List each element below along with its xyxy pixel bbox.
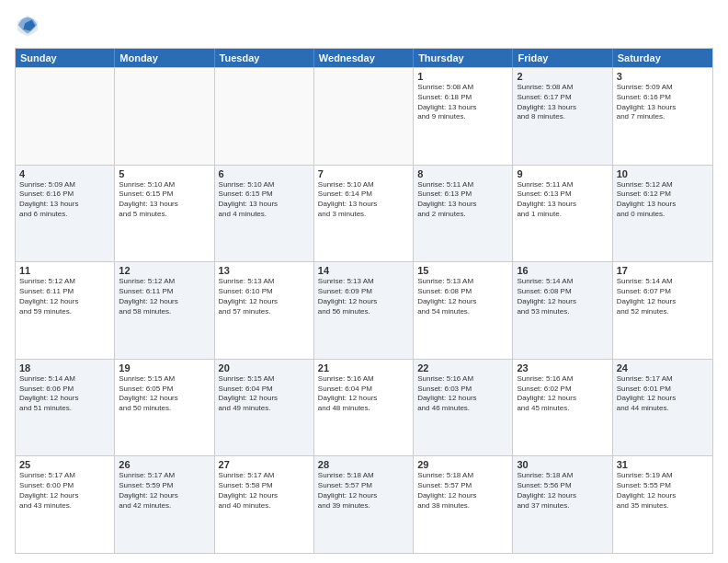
cal-cell: 12Sunrise: 5:12 AM Sunset: 6:11 PM Dayli… <box>115 262 214 359</box>
cal-cell <box>215 68 314 165</box>
cell-content: Sunrise: 5:16 AM Sunset: 6:02 PM Dayligh… <box>517 374 608 414</box>
cell-content: Sunrise: 5:15 AM Sunset: 6:05 PM Dayligh… <box>119 374 210 414</box>
cal-cell <box>115 68 214 165</box>
cal-cell: 9Sunrise: 5:11 AM Sunset: 6:13 PM Daylig… <box>513 166 612 262</box>
cal-cell: 3Sunrise: 5:09 AM Sunset: 6:16 PM Daylig… <box>613 68 712 165</box>
day-number: 16 <box>517 265 608 276</box>
calendar: SundayMondayTuesdayWednesdayThursdayFrid… <box>15 48 713 554</box>
cell-content: Sunrise: 5:10 AM Sunset: 6:15 PM Dayligh… <box>219 180 310 220</box>
cal-cell: 19Sunrise: 5:15 AM Sunset: 6:05 PM Dayli… <box>115 360 214 456</box>
cal-header-cell: Sunday <box>16 49 115 67</box>
cal-week: 11Sunrise: 5:12 AM Sunset: 6:11 PM Dayli… <box>16 261 712 359</box>
day-number: 19 <box>119 362 210 373</box>
cal-cell: 14Sunrise: 5:13 AM Sunset: 6:09 PM Dayli… <box>314 262 414 359</box>
day-number: 9 <box>517 168 608 179</box>
day-number: 27 <box>219 459 310 470</box>
cal-cell: 10Sunrise: 5:12 AM Sunset: 6:12 PM Dayli… <box>613 166 712 262</box>
day-number: 31 <box>617 459 709 470</box>
day-number: 29 <box>417 459 508 470</box>
cal-header-cell: Wednesday <box>314 49 414 67</box>
cal-cell: 26Sunrise: 5:17 AM Sunset: 5:59 PM Dayli… <box>115 456 214 553</box>
cal-cell: 29Sunrise: 5:18 AM Sunset: 5:57 PM Dayli… <box>414 456 513 553</box>
cell-content: Sunrise: 5:13 AM Sunset: 6:08 PM Dayligh… <box>417 277 508 316</box>
cal-cell <box>16 68 115 165</box>
day-number: 28 <box>318 459 409 470</box>
cal-cell <box>314 68 414 165</box>
cell-content: Sunrise: 5:14 AM Sunset: 6:06 PM Dayligh… <box>19 374 110 414</box>
cell-content: Sunrise: 5:16 AM Sunset: 6:04 PM Dayligh… <box>318 374 409 414</box>
cal-cell: 30Sunrise: 5:18 AM Sunset: 5:56 PM Dayli… <box>513 456 612 553</box>
cal-header-cell: Thursday <box>414 49 513 67</box>
cell-content: Sunrise: 5:14 AM Sunset: 6:07 PM Dayligh… <box>617 277 709 316</box>
day-number: 6 <box>219 168 310 179</box>
day-number: 4 <box>19 168 110 179</box>
cal-header-cell: Tuesday <box>215 49 314 67</box>
day-number: 24 <box>617 362 709 373</box>
cal-cell: 21Sunrise: 5:16 AM Sunset: 6:04 PM Dayli… <box>314 360 414 456</box>
cell-content: Sunrise: 5:14 AM Sunset: 6:08 PM Dayligh… <box>517 277 608 316</box>
cell-content: Sunrise: 5:08 AM Sunset: 6:17 PM Dayligh… <box>517 83 608 122</box>
day-number: 25 <box>19 459 110 470</box>
cell-content: Sunrise: 5:18 AM Sunset: 5:57 PM Dayligh… <box>417 471 508 511</box>
cal-cell: 27Sunrise: 5:17 AM Sunset: 5:58 PM Dayli… <box>215 456 314 553</box>
cell-content: Sunrise: 5:13 AM Sunset: 6:09 PM Dayligh… <box>318 277 409 316</box>
cal-cell: 23Sunrise: 5:16 AM Sunset: 6:02 PM Dayli… <box>513 360 612 456</box>
day-number: 12 <box>119 265 210 276</box>
day-number: 14 <box>318 265 409 276</box>
day-number: 21 <box>318 362 409 373</box>
cell-content: Sunrise: 5:18 AM Sunset: 5:56 PM Dayligh… <box>517 471 608 511</box>
cal-week: 18Sunrise: 5:14 AM Sunset: 6:06 PM Dayli… <box>16 359 712 456</box>
cal-cell: 22Sunrise: 5:16 AM Sunset: 6:03 PM Dayli… <box>414 360 513 456</box>
header <box>15 13 713 39</box>
cal-cell: 5Sunrise: 5:10 AM Sunset: 6:15 PM Daylig… <box>115 166 214 262</box>
day-number: 2 <box>517 71 608 82</box>
cal-cell: 8Sunrise: 5:11 AM Sunset: 6:13 PM Daylig… <box>414 166 513 262</box>
day-number: 30 <box>517 459 608 470</box>
day-number: 3 <box>617 71 709 82</box>
cal-cell: 18Sunrise: 5:14 AM Sunset: 6:06 PM Dayli… <box>16 360 115 456</box>
cal-cell: 2Sunrise: 5:08 AM Sunset: 6:17 PM Daylig… <box>513 68 612 165</box>
cell-content: Sunrise: 5:10 AM Sunset: 6:14 PM Dayligh… <box>318 180 409 220</box>
cell-content: Sunrise: 5:15 AM Sunset: 6:04 PM Dayligh… <box>219 374 310 414</box>
cell-content: Sunrise: 5:17 AM Sunset: 5:59 PM Dayligh… <box>119 471 210 511</box>
cal-week: 25Sunrise: 5:17 AM Sunset: 6:00 PM Dayli… <box>16 455 712 553</box>
cell-content: Sunrise: 5:16 AM Sunset: 6:03 PM Dayligh… <box>417 374 508 414</box>
cal-cell: 4Sunrise: 5:09 AM Sunset: 6:16 PM Daylig… <box>16 166 115 262</box>
day-number: 22 <box>417 362 508 373</box>
cal-cell: 15Sunrise: 5:13 AM Sunset: 6:08 PM Dayli… <box>414 262 513 359</box>
cal-header-cell: Monday <box>115 49 214 67</box>
day-number: 20 <box>219 362 310 373</box>
cal-cell: 7Sunrise: 5:10 AM Sunset: 6:14 PM Daylig… <box>314 166 414 262</box>
cal-cell: 13Sunrise: 5:13 AM Sunset: 6:10 PM Dayli… <box>215 262 314 359</box>
cal-cell: 1Sunrise: 5:08 AM Sunset: 6:18 PM Daylig… <box>414 68 513 165</box>
cell-content: Sunrise: 5:17 AM Sunset: 6:01 PM Dayligh… <box>617 374 709 414</box>
logo <box>15 13 44 39</box>
cell-content: Sunrise: 5:08 AM Sunset: 6:18 PM Dayligh… <box>417 83 508 122</box>
cal-cell: 16Sunrise: 5:14 AM Sunset: 6:08 PM Dayli… <box>513 262 612 359</box>
cal-week: 4Sunrise: 5:09 AM Sunset: 6:16 PM Daylig… <box>16 165 712 262</box>
cal-cell: 31Sunrise: 5:19 AM Sunset: 5:55 PM Dayli… <box>613 456 712 553</box>
cell-content: Sunrise: 5:09 AM Sunset: 6:16 PM Dayligh… <box>617 83 709 122</box>
page: SundayMondayTuesdayWednesdayThursdayFrid… <box>0 0 728 563</box>
calendar-body: 1Sunrise: 5:08 AM Sunset: 6:18 PM Daylig… <box>16 67 712 553</box>
day-number: 10 <box>617 168 709 179</box>
day-number: 23 <box>517 362 608 373</box>
cal-header-cell: Friday <box>513 49 612 67</box>
cell-content: Sunrise: 5:10 AM Sunset: 6:15 PM Dayligh… <box>119 180 210 220</box>
cell-content: Sunrise: 5:12 AM Sunset: 6:12 PM Dayligh… <box>617 180 709 220</box>
cell-content: Sunrise: 5:19 AM Sunset: 5:55 PM Dayligh… <box>617 471 709 511</box>
day-number: 5 <box>119 168 210 179</box>
day-number: 15 <box>417 265 508 276</box>
day-number: 7 <box>318 168 409 179</box>
cell-content: Sunrise: 5:12 AM Sunset: 6:11 PM Dayligh… <box>119 277 210 316</box>
cell-content: Sunrise: 5:09 AM Sunset: 6:16 PM Dayligh… <box>19 180 110 220</box>
cell-content: Sunrise: 5:11 AM Sunset: 6:13 PM Dayligh… <box>417 180 508 220</box>
day-number: 1 <box>417 71 508 82</box>
cell-content: Sunrise: 5:17 AM Sunset: 5:58 PM Dayligh… <box>219 471 310 511</box>
cal-cell: 24Sunrise: 5:17 AM Sunset: 6:01 PM Dayli… <box>613 360 712 456</box>
cal-cell: 17Sunrise: 5:14 AM Sunset: 6:07 PM Dayli… <box>613 262 712 359</box>
cal-cell: 25Sunrise: 5:17 AM Sunset: 6:00 PM Dayli… <box>16 456 115 553</box>
cal-cell: 11Sunrise: 5:12 AM Sunset: 6:11 PM Dayli… <box>16 262 115 359</box>
calendar-header: SundayMondayTuesdayWednesdayThursdayFrid… <box>16 49 712 67</box>
day-number: 17 <box>617 265 709 276</box>
